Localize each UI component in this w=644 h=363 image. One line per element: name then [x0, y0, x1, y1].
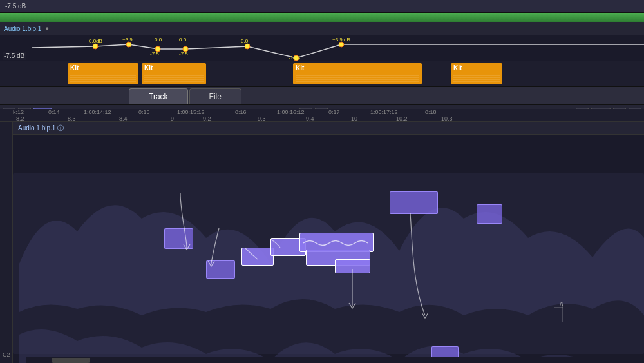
svg-point-6: [339, 42, 344, 47]
track-header-bar: Audio 1.bip.1 ⓘ: [13, 122, 644, 135]
note-block-9[interactable]: [477, 204, 502, 224]
svg-point-4: [245, 44, 250, 49]
svg-text:0.0dB: 0.0dB: [89, 38, 102, 44]
ruler-tc-6: 0:16: [235, 109, 247, 115]
svg-text:0.0: 0.0: [241, 38, 249, 44]
svg-text:-14.4: -14.4: [289, 55, 301, 61]
svg-text:-7.5: -7.5: [150, 51, 159, 57]
tab-file[interactable]: File: [189, 88, 242, 104]
c2-label: C2: [3, 351, 10, 358]
bottom-section: k:12 0:14 1:00:14:12 0:15 1:00:15:12 0:1…: [0, 109, 644, 363]
svg-text:0.0: 0.0: [155, 37, 162, 43]
ruler-tc-9: 1:00:17:12: [370, 109, 398, 115]
kit-block-3: Kit: [293, 63, 422, 84]
ruler-tc-5: 1:00:15:12: [177, 109, 205, 115]
record-btn[interactable]: ●: [45, 25, 48, 32]
ruler-bar-6: 9.3: [258, 115, 266, 122]
ruler-bar-5: 9.2: [203, 115, 211, 122]
ruler-tc-8: 0:17: [328, 109, 340, 115]
kit-dots: ···: [495, 76, 500, 82]
ruler-bar-8: 10: [351, 115, 357, 122]
svg-text:+3.9: +3.9: [122, 37, 133, 43]
timeline-ruler: k:12 0:14 1:00:14:12 0:15 1:00:15:12 0:1…: [0, 109, 644, 122]
kit-block-1: Kit: [68, 63, 138, 84]
ruler-bar-7: 9.4: [306, 115, 314, 122]
ruler-tc-3: 1:00:14:12: [84, 109, 111, 115]
automation-lane: 0.0dB +3.9 0.0 -7.5 0.0 -7.5 0.0 -14.4 +…: [0, 35, 644, 61]
tab-track[interactable]: Track: [129, 88, 188, 104]
audio-track-label: Audio 1.bip.1: [4, 25, 41, 32]
note-block-7[interactable]: [335, 259, 370, 273]
scrollbar-thumb[interactable]: [52, 358, 90, 363]
svg-text:0.0: 0.0: [179, 37, 187, 43]
note-block-1[interactable]: [164, 228, 193, 249]
ruler-tc-4: 0:15: [138, 109, 150, 115]
note-block-3[interactable]: [242, 248, 274, 266]
svg-point-1: [126, 42, 131, 47]
horizontal-scrollbar[interactable]: [26, 357, 644, 363]
ruler-tc-10: 0:18: [425, 109, 437, 115]
db-value-label: -7.5 dB: [3, 52, 26, 60]
ruler-tc-1: k:12: [13, 109, 24, 115]
ruler-bar-2: 8.3: [68, 115, 76, 122]
ruler-tc-7: 1:00:16:12: [277, 109, 305, 115]
edit-main-area: C2 Audio 1.bip.1 ⓘ: [0, 122, 644, 363]
track-area-top: Audio 1.bip.1 ● 0.0dB +3.9 0.0 -7.5 0.0 …: [0, 13, 644, 87]
svg-text:+3.9 dB: +3.9 dB: [332, 37, 350, 43]
track-info-sidebar: C2: [0, 122, 13, 363]
ruler-bar-4: 9: [171, 115, 174, 122]
db-display: -7.5 dB: [5, 3, 26, 10]
waveform-edit[interactable]: ∧: [13, 135, 644, 363]
kit-row: Kit Kit Kit Kit ···: [0, 63, 644, 84]
ruler-bar-1: 8.2: [16, 115, 24, 122]
green-waveform-bar: [0, 13, 644, 22]
note-block-8[interactable]: [390, 191, 438, 214]
kit-block-2: Kit: [142, 63, 206, 84]
edit-track-label: Audio 1.bip.1 ⓘ: [18, 124, 64, 133]
automation-svg: 0.0dB +3.9 0.0 -7.5 0.0 -7.5 0.0 -14.4 +…: [0, 35, 644, 61]
ruler-bar-3: 8.4: [119, 115, 128, 122]
top-toolbar: -7.5 dB: [0, 0, 644, 13]
tab-bar: Track File: [0, 87, 644, 105]
ruler-tc-2: 0:14: [48, 109, 60, 115]
ruler-bar-9: 10.2: [396, 115, 408, 122]
note-block-2[interactable]: [206, 260, 235, 279]
svg-point-0: [93, 44, 98, 49]
ruler-bar-10: 10.3: [441, 115, 453, 122]
kit-block-4: Kit ···: [451, 63, 502, 84]
track-label-row: Audio 1.bip.1 ●: [0, 22, 644, 35]
svg-text:-7.5: -7.5: [179, 51, 188, 57]
